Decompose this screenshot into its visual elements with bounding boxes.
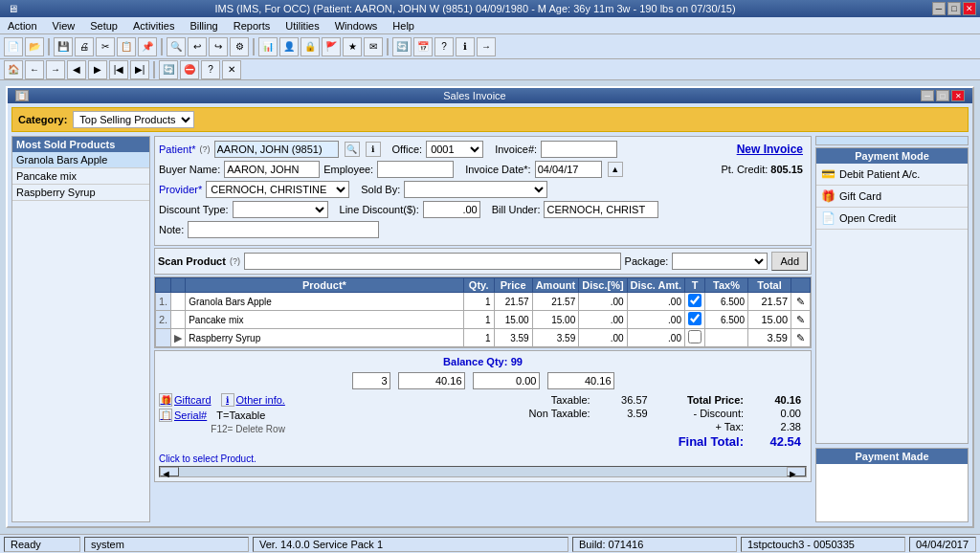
row-qty-2[interactable] — [463, 329, 494, 347]
tb-open[interactable]: 📂 — [25, 37, 44, 56]
t-checkbox-2[interactable] — [688, 330, 702, 343]
tb2-next[interactable]: ▶ — [88, 60, 107, 79]
amount-input-2[interactable] — [536, 333, 576, 343]
minimize-button[interactable]: ─ — [932, 2, 946, 15]
row-t-1[interactable] — [685, 311, 705, 329]
disc-pct-input-1[interactable] — [582, 315, 623, 325]
tb2-last[interactable]: ▶| — [130, 60, 149, 79]
total-amount-input[interactable] — [398, 372, 465, 389]
menu-utilities[interactable]: Utilities — [281, 19, 323, 33]
patient-info-icon[interactable]: ℹ — [366, 142, 381, 157]
win-minimize[interactable]: ─ — [921, 90, 934, 101]
tb-arrow[interactable]: → — [477, 37, 496, 56]
payment-mode-debit[interactable]: 💳 Debit Patient A/c. — [816, 164, 968, 186]
tb-redo[interactable]: ↪ — [209, 37, 228, 56]
row-icon-2[interactable]: ✎ — [791, 329, 811, 347]
bill-under-input[interactable] — [544, 201, 658, 218]
row-t-2[interactable] — [685, 329, 705, 347]
tb2-home[interactable]: 🏠 — [4, 60, 23, 79]
tax-input-0[interactable] — [708, 297, 745, 307]
tb-undo[interactable]: ↩ — [188, 37, 207, 56]
tb-mail[interactable]: ✉ — [364, 37, 383, 56]
invoice-date-input[interactable] — [535, 161, 602, 178]
close-button[interactable]: ✕ — [963, 2, 976, 15]
tb-print[interactable]: 🖨 — [75, 37, 94, 56]
qty-input-2[interactable] — [467, 333, 491, 343]
price-input-1[interactable] — [498, 315, 529, 325]
tb-info[interactable]: ℹ — [456, 37, 475, 56]
menu-billing[interactable]: Billing — [186, 19, 221, 33]
tb-cut[interactable]: ✂ — [96, 37, 115, 56]
note-input[interactable] — [188, 221, 379, 238]
tb-chart[interactable]: 📊 — [258, 37, 278, 56]
sidebar-item-granola[interactable]: Granola Bars Apple — [12, 152, 149, 168]
restore-button[interactable]: □ — [947, 2, 961, 15]
tb2-question[interactable]: ? — [201, 60, 220, 79]
row-disc-pct-1[interactable] — [579, 311, 627, 329]
tb-new[interactable]: 📄 — [4, 37, 23, 56]
product-input-1[interactable] — [189, 315, 459, 325]
tb2-forward[interactable]: → — [46, 60, 65, 79]
discount-type-select[interactable] — [233, 201, 328, 218]
sidebar-item-pancake[interactable]: Pancake mix — [12, 168, 149, 185]
row-disc-amt-2[interactable] — [627, 329, 684, 347]
tb-help[interactable]: ? — [434, 37, 454, 56]
date-picker-icon[interactable]: ▲ — [608, 162, 623, 177]
tb-lock[interactable]: 🔒 — [301, 37, 320, 56]
tb2-prev[interactable]: ◀ — [67, 60, 86, 79]
tb-star[interactable]: ★ — [343, 37, 362, 56]
row-t-0[interactable] — [685, 293, 705, 311]
tb-flag[interactable]: 🚩 — [322, 37, 341, 56]
tb2-stop[interactable]: ⛔ — [180, 60, 199, 79]
new-invoice-link[interactable]: New Invoice — [737, 143, 803, 156]
disc-pct-input-2[interactable] — [582, 333, 623, 343]
tb-calendar[interactable]: 📅 — [413, 37, 433, 56]
menu-view[interactable]: View — [49, 19, 79, 33]
patient-input[interactable] — [214, 141, 339, 158]
row-price-1[interactable] — [494, 311, 532, 329]
scroll-right-btn[interactable]: ► — [787, 467, 806, 476]
giftcard-link[interactable]: 🎁 Giftcard — [159, 393, 212, 407]
row-disc-pct-2[interactable] — [579, 329, 627, 347]
row-amount-2[interactable] — [532, 329, 579, 347]
other-info-link[interactable]: ℹ Other info. — [221, 393, 285, 407]
row-tax-2[interactable] — [705, 329, 748, 347]
product-input-2[interactable] — [189, 333, 459, 343]
row-product-1[interactable] — [186, 311, 463, 329]
row-icon-1[interactable]: ✎ — [791, 311, 811, 329]
row-qty-0[interactable] — [463, 293, 494, 311]
row-disc-amt-0[interactable] — [627, 293, 684, 311]
row-expand-0[interactable] — [171, 293, 186, 311]
row-amount-0[interactable] — [532, 293, 579, 311]
tax-input-1[interactable] — [708, 315, 745, 325]
package-select[interactable] — [672, 253, 768, 270]
category-select[interactable]: Top Selling Products — [73, 111, 194, 128]
payment-mode-opencredit[interactable]: 📄 Open Credit — [816, 208, 968, 230]
row-tax-1[interactable] — [705, 311, 748, 329]
win-close[interactable]: ✕ — [951, 90, 965, 101]
line-discount-input[interactable] — [423, 201, 480, 218]
payment-mode-giftcard[interactable]: 🎁 Gift Card — [816, 186, 968, 208]
amount-input-1[interactable] — [536, 315, 576, 325]
tb2-first[interactable]: |◀ — [109, 60, 128, 79]
horizontal-scrollbar[interactable]: ◄ ► — [159, 466, 807, 477]
tb-settings[interactable]: ⚙ — [230, 37, 249, 56]
row-tax-0[interactable] — [705, 293, 748, 311]
menu-help[interactable]: Help — [389, 19, 418, 33]
serial-link[interactable]: 📋 Serial# — [159, 409, 207, 422]
buyer-input[interactable] — [224, 161, 320, 178]
tax-input-2[interactable] — [708, 333, 745, 343]
sold-by-select[interactable] — [404, 181, 547, 198]
menu-setup[interactable]: Setup — [86, 19, 122, 33]
tb-refresh[interactable]: 🔄 — [392, 37, 412, 56]
tb-user[interactable]: 👤 — [279, 37, 299, 56]
office-select[interactable]: 0001 — [426, 141, 483, 158]
tb-search[interactable]: 🔍 — [167, 37, 186, 56]
qty-input-0[interactable] — [467, 297, 491, 307]
menu-activities[interactable]: Activities — [129, 19, 178, 33]
row-expand-1[interactable] — [171, 311, 186, 329]
row-product-0[interactable] — [186, 293, 463, 311]
tb-copy[interactable]: 📋 — [117, 37, 136, 56]
total-qty-input[interactable] — [352, 372, 390, 389]
total-total-input[interactable] — [547, 372, 614, 389]
